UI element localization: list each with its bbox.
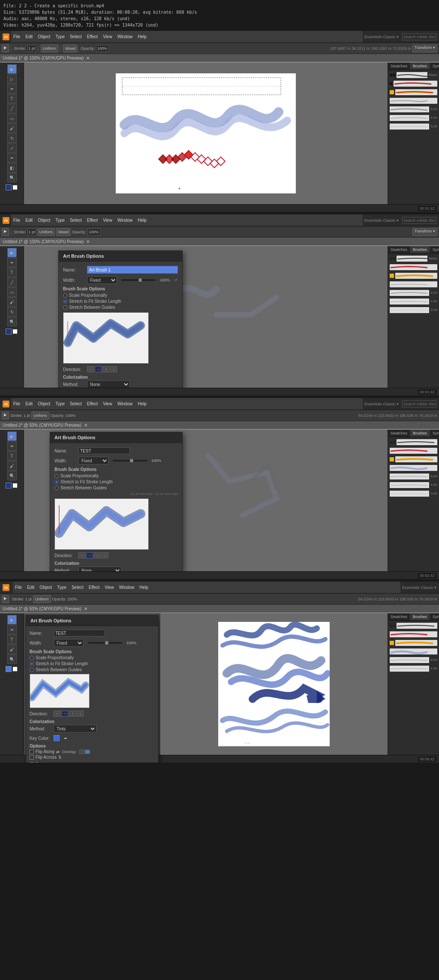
dir-down-3[interactable]: ↓ (102, 552, 108, 558)
menu-file-1[interactable]: File (11, 33, 22, 40)
menu-help-4[interactable]: Help (137, 584, 150, 591)
radio-3-3[interactable]: Stretch Between Guides (54, 485, 178, 490)
brush-basic-4[interactable] (389, 621, 438, 630)
ov1-4[interactable] (79, 750, 84, 754)
flip-across-4[interactable]: Flip Across ⇅ (30, 755, 155, 760)
art-brush-dialog-4[interactable]: Art Brush Options Name: Width: Fixed 100… (26, 615, 159, 763)
brush-yellow-2[interactable] (389, 271, 438, 280)
width-slider-3[interactable] (113, 460, 147, 461)
art-brush-dialog-2[interactable]: Art Brush Options Name: Width: Fixed Pre… (58, 250, 183, 388)
swatches-tab-3[interactable]: Swatches (388, 430, 410, 437)
width-reset-2[interactable]: ↺ (174, 278, 177, 282)
search-input-1[interactable] (402, 33, 436, 40)
zoom-tool-3[interactable]: 🔍 (7, 471, 17, 480)
menu-type-3[interactable]: Type (53, 401, 67, 407)
brush-red-2[interactable] (389, 263, 438, 271)
menu-type-2[interactable]: Type (53, 217, 67, 223)
name-input-4[interactable] (54, 630, 105, 636)
pen-tool-3[interactable]: ✒ (7, 441, 17, 451)
arrow-tool[interactable]: ▶ (7, 64, 17, 74)
menu-effect-2[interactable]: Effect (85, 217, 100, 223)
brush-y4[interactable] (389, 639, 438, 647)
brush-7-2[interactable]: 3.00 (389, 306, 438, 314)
fac-box-4[interactable] (30, 755, 34, 760)
width-thumb-2[interactable] (138, 278, 142, 282)
width-slider-2[interactable] (121, 279, 156, 281)
dir-up-4[interactable]: ↑ (69, 711, 76, 717)
radio-stretch-guides-2[interactable]: Stretch Between Guides (63, 305, 178, 310)
transform-btn-1[interactable]: Transform ▾ (412, 45, 437, 52)
brush-6-3[interactable]: 3.00 (389, 489, 438, 498)
uniform-btn-4[interactable]: Uniform (33, 595, 51, 603)
brush-item-basic-1[interactable]: Basic (389, 71, 438, 79)
stroke-weight-1[interactable] (27, 45, 36, 52)
fill-swatch[interactable] (6, 184, 12, 190)
search-input-3[interactable] (402, 401, 436, 407)
symbols-tab-2[interactable]: Symbols (430, 246, 439, 253)
dir-left-2[interactable]: ← (87, 366, 94, 372)
direct-select-tool[interactable]: ▷ (7, 74, 17, 84)
menu-effect-1[interactable]: Effect (85, 33, 100, 40)
menu-view-3[interactable]: View (101, 401, 114, 407)
arrow-tool-4[interactable]: ▶ (7, 615, 17, 624)
close-tab-1[interactable]: ✕ (86, 56, 90, 60)
doc-tab-1[interactable]: Untitled-1* @ 100% (CMYK/GPU Preview) ✕ (0, 54, 439, 63)
menu-help-3[interactable]: Help (135, 401, 149, 407)
menu-edit-3[interactable]: Edit (23, 401, 35, 407)
symbols-tab-1[interactable]: Symbols (430, 63, 439, 69)
menu-select-2[interactable]: Select (68, 217, 84, 223)
radio-scale-proportional-2[interactable]: Scale Proportionally (63, 293, 178, 298)
brush-4-2[interactable] (389, 280, 438, 289)
brush-r4[interactable] (389, 630, 438, 639)
pen-tool-2[interactable]: ✒ (7, 258, 17, 267)
name-input-2[interactable] (87, 266, 178, 274)
line-tool[interactable]: ╱ (7, 104, 17, 113)
brush-red-3[interactable] (389, 446, 438, 455)
menu-edit-1[interactable]: Edit (23, 33, 35, 40)
menu-object-3[interactable]: Object (36, 401, 52, 407)
method-select-4[interactable]: Tints None (54, 725, 96, 733)
dir-up-2[interactable]: ↑ (102, 366, 109, 372)
text-tool-4[interactable]: T (7, 635, 17, 644)
zoom-tool-2[interactable]: 🔍 (7, 317, 17, 326)
art-brush-dialog-3[interactable]: Art Brush Options Name: Width: Fixed 100… (50, 432, 183, 571)
menu-effect-4[interactable]: Effect (87, 584, 102, 591)
brush-basic-2[interactable]: Basic (389, 254, 438, 263)
stroke-swatch-2[interactable] (12, 329, 18, 335)
radio-2-3[interactable]: Stretch to Fit Stroke Length (54, 479, 178, 484)
brush-tool-4[interactable]: 🖌 (7, 645, 17, 654)
brush-6-2[interactable]: 4.50 (389, 297, 438, 306)
dir-right-2[interactable]: → (95, 366, 102, 372)
menu-edit-4[interactable]: Edit (25, 584, 36, 591)
stroke-btn-3[interactable]: Uniform (31, 412, 49, 419)
menu-select-1[interactable]: Select (68, 33, 84, 40)
rect-tool[interactable]: ▭ (7, 114, 17, 123)
symbols-tab-4[interactable]: Symbols (430, 613, 439, 620)
brush-item-yellow-1[interactable] (389, 88, 438, 96)
dir-right-4[interactable]: → (61, 711, 68, 717)
brush-tool-2[interactable]: 🖌 (7, 297, 17, 307)
menu-type-1[interactable]: Type (53, 33, 67, 40)
dir-right-3[interactable]: → (86, 552, 93, 558)
stroke-uniform-btn-1[interactable]: Uniform (41, 45, 59, 52)
ov2-4[interactable] (85, 750, 90, 754)
radio-3-4[interactable]: Stretch Between Guides (30, 667, 155, 672)
width-select-4[interactable]: Fixed (54, 639, 84, 647)
scale-tool[interactable]: ⤢ (7, 143, 17, 153)
brush-yellow-3[interactable] (389, 455, 438, 464)
line-tool-2[interactable]: ╱ (7, 277, 17, 287)
symbols-tab-3[interactable]: Symbols (430, 430, 439, 437)
text-tool-2[interactable]: T (7, 268, 17, 277)
menu-file-3[interactable]: File (11, 401, 22, 407)
eyedrop-4[interactable]: ✒ (64, 736, 67, 741)
radio-1-4[interactable]: Scale Proportionally (30, 655, 155, 660)
brushes-tab-1[interactable]: Brushes (410, 63, 430, 69)
width-thumb-3[interactable] (130, 459, 133, 462)
menu-view-4[interactable]: View (102, 584, 116, 591)
menu-edit-2[interactable]: Edit (23, 217, 35, 223)
pen-tool[interactable]: ✒ (7, 84, 17, 93)
doc-tab-3[interactable]: Untitled-1* @ 50% (CMYK/GPU Preview) ✕ (0, 421, 439, 430)
doc-tab-2[interactable]: Untitled-1* @ 100% (CMYK/GPU Preview) ✕ (0, 238, 439, 246)
rotate-tool-2[interactable]: ↻ (7, 307, 17, 317)
menu-type-4[interactable]: Type (55, 584, 69, 591)
